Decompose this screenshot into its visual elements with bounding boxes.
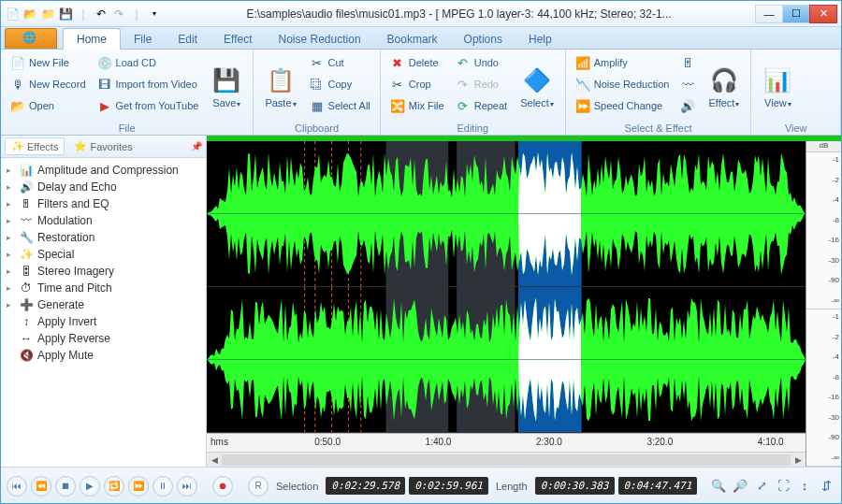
qat-redo-icon[interactable]: ↷: [111, 7, 126, 22]
select-button[interactable]: 🔷 Select▾: [515, 52, 559, 122]
skip-end-button[interactable]: ⏭: [177, 476, 197, 497]
tab-options[interactable]: Options: [451, 29, 515, 49]
rewind-button[interactable]: ⏪: [31, 476, 51, 497]
tree-item[interactable]: ▸🎛Stereo Imagery: [3, 263, 204, 280]
repeat-button[interactable]: ⟳Repeat: [452, 95, 511, 116]
speed-change-button[interactable]: ⏩Speed Change: [572, 95, 674, 116]
mix-icon: 🔀: [390, 98, 405, 113]
redo-button[interactable]: ↷Redo: [452, 74, 511, 94]
tree-item[interactable]: ▸🔊Delay and Echo: [3, 179, 204, 195]
file-orb[interactable]: 🌐: [5, 28, 57, 49]
zoom-fit-icon[interactable]: ⛶: [774, 477, 792, 496]
pause-button[interactable]: ⏸: [152, 476, 173, 497]
tab-file[interactable]: File: [121, 29, 165, 49]
main-area: ✨Effects ⭐Favorites 📌 ▸📊Amplitude and Co…: [1, 136, 841, 467]
fx3-button[interactable]: 🔊: [676, 95, 699, 116]
zoom-out-icon[interactable]: 🔎: [731, 477, 749, 496]
tab-home[interactable]: Home: [63, 28, 121, 50]
amplify-button[interactable]: 📶Amplify: [572, 52, 674, 73]
db-meter: dB -1-2-4-8-16-30-90-∞ -1-2-4-8-16-30-90…: [806, 141, 841, 467]
scroll-left-icon[interactable]: ◀: [207, 455, 222, 465]
scroll-right-icon[interactable]: ▶: [791, 455, 806, 465]
tree-item[interactable]: ▸📊Amplitude and Compression: [3, 162, 204, 179]
load-cd-button[interactable]: 💿Load CD: [94, 52, 203, 73]
tree-item[interactable]: ▸✨Special: [3, 246, 204, 263]
tree-item[interactable]: ↕Apply Invert: [3, 313, 204, 330]
get-youtube-button[interactable]: ▶Get from YouTube: [94, 95, 203, 116]
sidebar-tab-effects[interactable]: ✨Effects: [5, 137, 65, 155]
sidebar-tab-favorites[interactable]: ⭐Favorites: [68, 138, 138, 154]
tree-item[interactable]: ▸⏱Time and Pitch: [3, 280, 204, 296]
tree-item[interactable]: ▸🔧Restoration: [3, 229, 204, 246]
fx2-button[interactable]: 〰: [676, 74, 699, 94]
skip-start-button[interactable]: ⏮: [7, 476, 27, 497]
new-file-icon: 📄: [10, 55, 25, 70]
effect-button[interactable]: 🎧 Effect▾: [703, 52, 745, 122]
marker-r-button[interactable]: R: [248, 476, 269, 497]
length-label: Length: [492, 481, 531, 492]
tree-item[interactable]: ▸〰Modulation: [3, 212, 204, 229]
loop-button[interactable]: 🔁: [104, 476, 124, 497]
record-button[interactable]: ⏺: [212, 476, 233, 497]
tree-item[interactable]: 🔇Apply Mute: [3, 347, 204, 364]
ribbon-tabs: 🌐 Home File Edit Effect Noise Reduction …: [1, 27, 841, 50]
import-video-button[interactable]: 🎞Import from Video: [94, 74, 203, 94]
zoom-v-in-icon[interactable]: ↕: [795, 477, 814, 496]
mix-file-button[interactable]: 🔀Mix File: [386, 95, 448, 116]
zoom-sel-icon[interactable]: ⤢: [752, 477, 771, 496]
selection-start: 0:02:29.578: [326, 477, 405, 495]
tab-help[interactable]: Help: [515, 29, 565, 49]
quick-access-toolbar: 📄 📂 📁 💾 | ↶ ↷ | ▾: [5, 7, 162, 22]
paste-button[interactable]: 📋 Paste▾: [259, 52, 301, 122]
save-button[interactable]: 💾 Save▾: [206, 52, 247, 122]
delete-button[interactable]: ✖Delete: [386, 52, 448, 73]
stop-button[interactable]: ⏹: [55, 476, 76, 497]
window-controls: — ☐ ✕: [756, 5, 837, 23]
fx1-button[interactable]: 🎚: [676, 52, 699, 73]
waveform-left-channel[interactable]: [207, 141, 806, 287]
group-label-editing: Editing: [386, 122, 559, 135]
time-axis: hms 0:50.01:40.02:30.03:20.04:10.0: [207, 433, 806, 452]
crop-icon: ✂: [390, 77, 405, 92]
tab-edit[interactable]: Edit: [165, 29, 210, 49]
zoom-in-icon[interactable]: 🔍: [709, 477, 728, 496]
close-button[interactable]: ✕: [809, 5, 837, 23]
tab-effect[interactable]: Effect: [210, 29, 265, 49]
effects-tree[interactable]: ▸📊Amplitude and Compression▸🔊Delay and E…: [1, 158, 206, 467]
horizontal-scrollbar[interactable]: ◀ ▶: [207, 452, 806, 467]
tree-item[interactable]: ▸➕Generate: [3, 296, 204, 313]
qat-dropdown-icon[interactable]: ▾: [147, 7, 162, 22]
select-all-button[interactable]: ▦Select All: [306, 95, 374, 116]
tree-item[interactable]: ↔Apply Reverse: [3, 330, 204, 347]
qat-new-icon[interactable]: 📄: [5, 7, 20, 22]
zoom-v-out-icon[interactable]: ⇵: [817, 477, 835, 496]
group-label-view: View: [757, 122, 835, 135]
tree-item[interactable]: ▸🎚Filters and EQ: [3, 195, 204, 212]
ribbon-group-clipboard: 📋 Paste▾ ✂Cut ⿻Copy ▦Select All Clipboar…: [254, 50, 380, 135]
cut-button[interactable]: ✂Cut: [306, 52, 374, 73]
maximize-button[interactable]: ☐: [782, 5, 810, 23]
pin-icon[interactable]: 📌: [191, 141, 202, 151]
sidebar: ✨Effects ⭐Favorites 📌 ▸📊Amplitude and Co…: [1, 136, 207, 467]
qat-save-icon[interactable]: 💾: [58, 7, 73, 22]
tab-noise-reduction[interactable]: Noise Reduction: [266, 29, 374, 49]
view-button[interactable]: 📊 View▾: [757, 52, 798, 122]
qat-open-icon[interactable]: 📂: [22, 7, 37, 22]
forward-button[interactable]: ⏩: [128, 476, 149, 497]
statusbar: ⏮ ⏪ ⏹ ▶ 🔁 ⏩ ⏸ ⏭ ⏺ R Selection 0:02:29.57…: [1, 467, 841, 504]
noise-reduction-button[interactable]: 📉Noise Reduction: [572, 74, 674, 94]
qat-undo-icon[interactable]: ↶: [94, 7, 109, 22]
new-record-button[interactable]: 🎙New Record: [7, 74, 90, 94]
waveform-right-channel[interactable]: [207, 287, 806, 433]
view-icon: 📊: [762, 65, 792, 95]
minimize-button[interactable]: —: [755, 5, 783, 23]
select-icon: 🔷: [522, 65, 552, 95]
play-button[interactable]: ▶: [80, 476, 100, 497]
qat-open2-icon[interactable]: 📁: [40, 7, 55, 22]
copy-button[interactable]: ⿻Copy: [306, 74, 374, 94]
open-button[interactable]: 📂Open: [7, 95, 90, 116]
tab-bookmark[interactable]: Bookmark: [374, 29, 451, 49]
crop-button[interactable]: ✂Crop: [386, 74, 448, 94]
new-file-button[interactable]: 📄New File: [7, 52, 90, 73]
undo-button[interactable]: ↶Undo: [452, 52, 511, 73]
